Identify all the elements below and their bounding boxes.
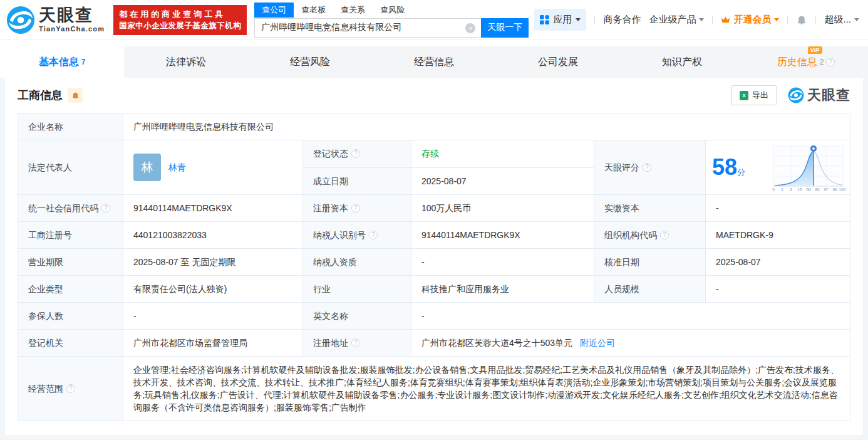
english-name-value: -	[411, 303, 850, 330]
help-icon[interactable]: ?	[643, 163, 651, 172]
svg-text:0: 0	[772, 187, 775, 192]
help-icon[interactable]: ?	[826, 58, 835, 66]
tab-intellectual-property[interactable]: 知识产权	[620, 46, 744, 78]
business-scope-value: 企业管理;社会经济咨询服务;计算机软硬件及辅助设备批发;服装服饰批发;办公设备销…	[123, 357, 850, 421]
company-type-label: 企业类型	[18, 276, 123, 303]
divider	[787, 16, 788, 24]
vip-badge: VIP	[808, 46, 823, 54]
nav-business-cooperation[interactable]: 商务合作	[603, 14, 641, 26]
search-tab-risk[interactable]: 查风险	[373, 3, 412, 18]
approval-date-value: 2025-08-07	[706, 249, 850, 276]
search-tab-company[interactable]: 查公司	[254, 3, 294, 18]
search-tab-boss[interactable]: 查老板	[294, 3, 333, 18]
chevron-down-icon	[854, 18, 859, 21]
divider	[712, 16, 713, 24]
org-code-value: MAETDRGK-9	[706, 222, 850, 249]
chevron-down-icon	[699, 18, 704, 21]
taxpayer-id-value: 91440114MAETDRGK9X	[411, 222, 594, 249]
table-row: 企业类型 有限责任公司(法人独资) 行业 科技推广和应用服务业 人员规模 -	[18, 276, 850, 303]
company-name-label: 企业名称	[18, 113, 123, 140]
nav-open-vip[interactable]: 开通会员	[721, 14, 779, 26]
svg-text:15: 15	[797, 187, 802, 192]
svg-text:97: 97	[824, 187, 829, 192]
enterprise-label: 企业级产品	[649, 14, 696, 26]
watermark-logo: 天眼查	[788, 86, 850, 105]
export-button[interactable]: x 导出	[731, 85, 777, 105]
reg-number-label: 工商注册号	[18, 222, 123, 249]
reg-status-value: 存续	[411, 140, 594, 168]
divider	[594, 16, 595, 24]
help-icon[interactable]: ?	[351, 338, 360, 347]
paid-capital-value: -	[706, 195, 850, 222]
business-term-label: 营业期限	[18, 249, 123, 276]
help-icon[interactable]: ?	[660, 231, 669, 239]
reg-address-label: 注册地址?	[303, 330, 411, 357]
industry-label: 行业	[303, 276, 411, 303]
tab-basic-info[interactable]: 基本信息 7	[0, 46, 124, 78]
legal-rep-link[interactable]: 林青	[168, 161, 186, 174]
business-info-card: 工商信息 x 导出 天眼查	[5, 78, 863, 435]
tab-label: 基本信息	[39, 56, 79, 69]
nav-account-menu[interactable]: 超级...	[824, 14, 859, 26]
logo-domain: TianYanCha.com	[39, 25, 105, 33]
help-icon[interactable]: ?	[351, 204, 360, 212]
svg-text:3: 3	[790, 187, 792, 192]
english-name-label: 英文名称	[303, 303, 411, 330]
search-input[interactable]	[254, 18, 481, 38]
divider	[815, 16, 816, 24]
reg-authority-value: 广州市花都区市场监督管理局	[123, 330, 303, 357]
logo-title: 天眼查	[39, 7, 105, 24]
uscc-value: 91440114MAETDRGK9X	[123, 195, 303, 222]
bell-icon	[796, 14, 807, 26]
search-tab-relation[interactable]: 查关系	[333, 3, 373, 18]
score-value: 58	[712, 154, 737, 180]
tab-history-info[interactable]: 历史信息 2 ? VIP	[744, 46, 868, 78]
watermark-text: 天眼查	[807, 86, 850, 105]
establish-date-label: 成立日期	[303, 167, 411, 195]
notification-bell-icon[interactable]	[796, 14, 807, 26]
section-header: 工商信息 x 导出 天眼查	[18, 78, 850, 113]
tab-operation-info[interactable]: 经营信息	[372, 46, 496, 78]
excel-icon: x	[740, 91, 748, 100]
business-info-table: 企业名称 广州哔哩哔哩电竞信息科技有限公司 法定代表人 林 林青 登记状态 ? …	[18, 113, 850, 421]
company-section-tabs: 基本信息 7 法律诉讼 经营风险 经营信息 公司发展 知识产权 历史信息 2 ?…	[0, 46, 868, 78]
tab-label: 知识产权	[662, 56, 702, 69]
help-icon[interactable]: ?	[66, 384, 75, 393]
table-row: 参保人数 - 英文名称 -	[18, 303, 850, 330]
tab-legal-litigation[interactable]: 法律诉讼	[124, 46, 248, 78]
reg-number-value: 440121003822033	[123, 222, 303, 249]
reg-address-cell: 广州市花都区芙蓉大道4号之十503单元 附近公司	[411, 330, 850, 357]
industry-value: 科技推广和应用服务业	[411, 276, 594, 303]
search-module: 查公司 查老板 查关系 查风险 × 天眼一下	[254, 3, 529, 38]
table-row: 营业期限 2025-08-07 至 无固定期限 纳税人资质 - 核准日期 202…	[18, 249, 850, 276]
tianyancha-swirl-icon	[6, 6, 35, 34]
svg-text:50: 50	[806, 187, 811, 192]
monitor-bell-button[interactable]	[68, 88, 83, 103]
clear-search-icon[interactable]: ×	[465, 23, 475, 33]
table-row: 登记机关 广州市花都区市场监督管理局 注册地址? 广州市花都区芙蓉大道4号之十5…	[18, 330, 850, 357]
tab-company-development[interactable]: 公司发展	[496, 46, 620, 78]
tianyancha-logo[interactable]: 天眼查 TianYanCha.com	[6, 6, 105, 34]
search-button[interactable]: 天眼一下	[481, 18, 529, 38]
section-title: 工商信息	[18, 88, 63, 103]
help-icon[interactable]: ?	[369, 231, 378, 239]
nav-enterprise-products[interactable]: 企业级产品	[649, 14, 704, 26]
tab-operation-risk[interactable]: 经营风险	[248, 46, 372, 78]
business-scope-label: 经营范围?	[18, 357, 123, 421]
header-nav: 应用 商务合作 企业级产品 开通会员 超级...	[534, 9, 859, 31]
nearby-companies-link[interactable]: 附近公司	[580, 338, 615, 348]
help-icon[interactable]: ?	[351, 149, 360, 158]
tab-label: 公司发展	[538, 56, 578, 69]
reg-status-label: 登记状态 ?	[303, 140, 411, 168]
business-term-value: 2025-08-07 至 无固定期限	[123, 249, 303, 276]
export-label: 导出	[752, 90, 768, 101]
slogan-line1: 都在用的商业查询工具	[119, 8, 241, 20]
vip-label: 开通会员	[733, 14, 771, 26]
legal-rep-label: 法定代表人	[18, 140, 123, 195]
company-name-value: 广州哔哩哔哩电竞信息科技有限公司	[123, 113, 850, 140]
avatar[interactable]: 林	[133, 154, 161, 181]
apps-menu[interactable]: 应用	[534, 9, 586, 31]
slogan-line2: 国家中小企业发展子基金旗下机构	[119, 20, 241, 32]
chevron-down-icon	[576, 18, 581, 21]
help-icon[interactable]: ?	[101, 204, 110, 212]
